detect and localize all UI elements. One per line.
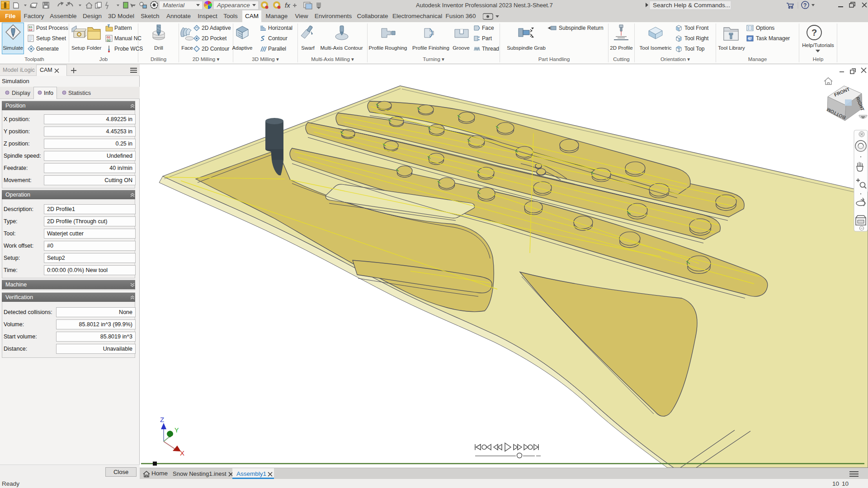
svg-text:G2: G2 <box>29 28 33 31</box>
svg-text:Z: Z <box>160 416 164 423</box>
svg-text:?: ? <box>803 2 807 9</box>
svg-text:G2: G2 <box>107 39 111 42</box>
svg-text:%: % <box>748 38 751 41</box>
svg-text:Appearance: Appearance <box>217 2 250 9</box>
svg-text:fx: fx <box>285 1 290 9</box>
svg-text:Y: Y <box>175 427 179 434</box>
svg-text:X: X <box>180 449 184 457</box>
svg-text:Material: Material <box>163 2 185 9</box>
svg-text:Search Help & Commands...: Search Help & Commands... <box>653 2 730 9</box>
svg-text:?: ? <box>811 28 817 38</box>
